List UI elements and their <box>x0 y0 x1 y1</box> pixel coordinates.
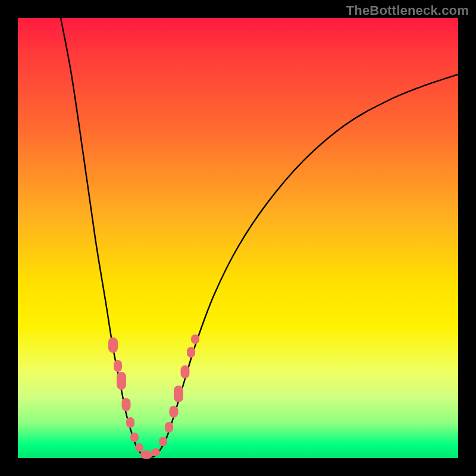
curve-marker <box>130 433 139 442</box>
curve-marker <box>159 437 167 446</box>
curve-marker <box>187 347 195 358</box>
curve-left-branch <box>61 18 148 457</box>
curve-right-branch <box>148 74 458 457</box>
curve-marker <box>165 422 173 433</box>
curve-marker <box>152 448 160 456</box>
curve-marker <box>122 398 131 411</box>
curve-marker <box>174 386 183 402</box>
curve-marker <box>114 360 122 372</box>
chart-svg <box>18 18 458 458</box>
chart-frame: TheBottleneck.com <box>0 0 476 476</box>
curve-marker <box>108 337 118 353</box>
curve-marker <box>181 365 190 378</box>
curve-marker <box>126 417 134 428</box>
curve-marker <box>170 406 178 418</box>
curve-marker <box>191 334 199 344</box>
curve-marker <box>140 450 152 459</box>
watermark-text: TheBottleneck.com <box>346 3 469 18</box>
curve-marker <box>135 443 143 452</box>
curve-marker <box>117 372 126 390</box>
